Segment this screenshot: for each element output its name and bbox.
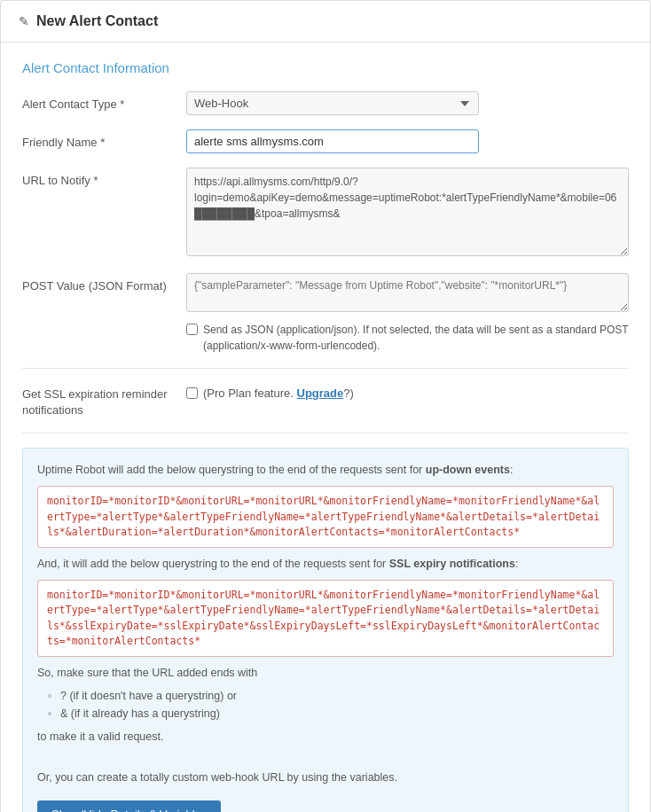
new-alert-contact-card: ✎ New Alert Contact Alert Contact Inform… — [0, 0, 651, 812]
ssl-label: Get SSL expiration reminder notification… — [22, 383, 186, 418]
edit-icon: ✎ — [19, 14, 29, 28]
ssl-row: Get SSL expiration reminder notification… — [22, 383, 629, 418]
info-intro-para: Uptime Robot will add the below querystr… — [37, 461, 614, 479]
send-as-json-row: Send as JSON (application/json). If not … — [186, 322, 629, 354]
url-notify-row: URL to Notify * — [22, 168, 629, 259]
ssl-end: ?) — [343, 386, 354, 400]
card-title: New Alert Contact — [36, 13, 158, 29]
contact-type-label: Alert Contact Type * — [22, 91, 186, 113]
bullets-list: ? (if it doesn't have a querystring) or … — [48, 687, 614, 722]
post-value-row: POST Value (JSON Format) Send as JSON (a… — [22, 273, 629, 354]
divider-2 — [22, 433, 629, 433]
up-down-colon: : — [510, 464, 513, 476]
bullet-item-1: ? (if it doesn't have a querystring) or — [48, 687, 614, 705]
info-intro-text: Uptime Robot will add the below querystr… — [37, 464, 422, 476]
ssl-note: (Pro Plan feature. — [203, 386, 294, 400]
card-body: Alert Contact Information Alert Contact … — [1, 43, 650, 812]
contact-type-control: Web-HookEmailSMSSlackHipChatPagerDutyOps… — [186, 91, 629, 115]
ssl-text: (Pro Plan feature. Upgrade?) — [203, 386, 354, 400]
make-sure-text: So, make sure that the URL added ends wi… — [37, 664, 614, 682]
friendly-name-input[interactable] — [186, 129, 479, 153]
friendly-name-label: Friendly Name * — [22, 129, 186, 151]
code-block-updown: monitorID=*monitorID*&monitorURL=*monito… — [37, 486, 614, 548]
show-hide-button[interactable]: Show/Hide Details & Variables — [37, 800, 221, 812]
ssl-control: (Pro Plan feature. Upgrade?) — [186, 383, 354, 400]
friendly-name-row: Friendly Name * — [22, 129, 629, 153]
bullet-item-2: & (if it already has a querystring) — [48, 705, 614, 722]
post-value-label: POST Value (JSON Format) — [22, 273, 186, 294]
ssl-colon: : — [515, 558, 518, 570]
ssl-checkbox[interactable] — [186, 387, 198, 399]
section-title: Alert Contact Information — [22, 60, 629, 75]
or-note-text: Or, you can create a totally custom web-… — [37, 769, 614, 786]
ssl-intro-para: And, it will add the below querystring t… — [37, 555, 614, 573]
contact-type-row: Alert Contact Type * Web-HookEmailSMSSla… — [22, 91, 629, 115]
to-make-text: to make it a valid request. — [37, 728, 614, 746]
up-down-bold: up-down events — [426, 464, 510, 476]
info-box: Uptime Robot will add the below querystr… — [22, 448, 629, 812]
post-value-input[interactable] — [186, 273, 629, 312]
send-as-json-checkbox[interactable] — [186, 324, 198, 335]
send-as-json-label: Send as JSON (application/json). If not … — [203, 322, 629, 354]
contact-type-select[interactable]: Web-HookEmailSMSSlackHipChatPagerDutyOps… — [186, 91, 479, 115]
friendly-name-control — [186, 129, 629, 153]
url-notify-label: URL to Notify * — [22, 168, 186, 189]
url-notify-input[interactable] — [186, 168, 629, 256]
ssl-intro-text: And, it will add the below querystring t… — [37, 558, 386, 570]
post-value-control: Send as JSON (application/json). If not … — [186, 273, 629, 354]
ssl-upgrade-link[interactable]: Upgrade — [297, 386, 344, 400]
divider-1 — [22, 368, 629, 369]
code-block-ssl: monitorID=*monitorID*&monitorURL=*monito… — [37, 580, 614, 657]
url-notify-control — [186, 168, 629, 259]
card-header: ✎ New Alert Contact — [1, 1, 650, 43]
ssl-bold: SSL expiry notifications — [389, 558, 515, 570]
